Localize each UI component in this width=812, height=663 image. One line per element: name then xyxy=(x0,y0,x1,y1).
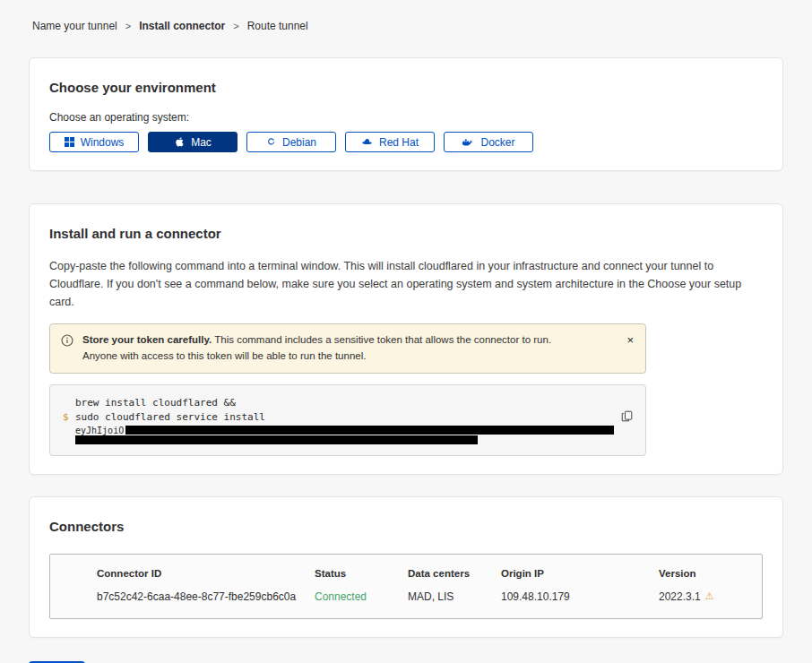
os-button-label: Red Hat xyxy=(379,136,419,149)
code-line-1: brew install cloudflared && xyxy=(75,396,236,411)
redacted-token-bar xyxy=(75,435,478,444)
token-prefix: eyJhIjoiO xyxy=(75,426,124,435)
table-row: b7c52c42-6caa-48ee-8c77-fbe259cb6c0a Con… xyxy=(97,590,747,603)
install-description: Copy-paste the following command into a … xyxy=(49,257,763,311)
os-button-label: Mac xyxy=(191,136,212,149)
breadcrumb-separator: > xyxy=(233,21,238,31)
connectors-table: Connector ID Status Data centers Origin … xyxy=(49,554,763,619)
os-button-debian[interactable]: Debian xyxy=(246,132,336,152)
install-connector-title: Install and run a connector xyxy=(49,226,763,241)
apple-icon xyxy=(174,136,185,148)
code-line: $ sudo cloudflared service install xyxy=(63,410,633,426)
copy-icon xyxy=(621,411,633,425)
info-icon xyxy=(61,332,73,352)
token-warning-bold: Store your token carefully. xyxy=(82,334,212,345)
page: Name your tunnel > Install connector > R… xyxy=(0,0,812,663)
col-header-status: Status xyxy=(315,568,408,579)
os-button-label: Debian xyxy=(282,136,316,149)
choose-environment-card: Choose your environment Choose an operat… xyxy=(29,57,783,171)
code-line: brew install cloudflared && xyxy=(63,396,633,411)
code-line xyxy=(63,435,633,444)
col-header-version: Version xyxy=(659,568,747,579)
os-button-redhat[interactable]: Red Hat xyxy=(345,132,435,152)
col-header-connector-id: Connector ID xyxy=(97,568,315,579)
os-button-label: Windows xyxy=(81,136,125,149)
os-button-windows[interactable]: Windows xyxy=(49,132,139,152)
version-value: 2022.3.1 xyxy=(659,590,701,603)
copy-command-button[interactable] xyxy=(619,409,635,426)
os-select-label: Choose an operating system: xyxy=(49,111,763,124)
origin-ip-value: 109.48.10.179 xyxy=(501,590,659,603)
connectors-table-header: Connector ID Status Data centers Origin … xyxy=(97,568,747,590)
breadcrumb: Name your tunnel > Install connector > R… xyxy=(32,20,783,32)
version-cell: 2022.3.1 ⚠ xyxy=(659,590,747,603)
connectors-title: Connectors xyxy=(49,519,763,534)
os-button-label: Docker xyxy=(480,136,514,149)
install-command-block: brew install cloudflared && $ sudo cloud… xyxy=(49,384,646,456)
status-badge: Connected xyxy=(315,590,408,603)
redhat-icon xyxy=(361,137,373,148)
docker-icon xyxy=(462,137,474,148)
connectors-card: Connectors Connector ID Status Data cent… xyxy=(29,496,783,638)
code-line: eyJhIjoiO xyxy=(63,426,633,435)
close-icon[interactable]: × xyxy=(624,332,636,348)
data-centers-value: MAD, LIS xyxy=(408,590,501,603)
choose-environment-title: Choose your environment xyxy=(49,80,763,95)
breadcrumb-item-install-connector[interactable]: Install connector xyxy=(139,20,225,32)
breadcrumb-item-route-tunnel[interactable]: Route tunnel xyxy=(247,20,308,32)
token-warning-text: Store your token carefully. This command… xyxy=(82,332,580,365)
breadcrumb-item-name-your-tunnel[interactable]: Name your tunnel xyxy=(32,20,117,32)
redacted-token-bar xyxy=(125,426,614,435)
warning-triangle-icon: ⚠ xyxy=(705,590,714,602)
col-header-origin-ip: Origin IP xyxy=(501,568,659,579)
os-button-group: Windows Mac Debian Red Hat xyxy=(49,132,763,152)
col-header-data-centers: Data centers xyxy=(408,568,501,579)
os-button-mac[interactable]: Mac xyxy=(148,132,238,152)
windows-icon xyxy=(65,137,74,147)
token-warning-banner: Store your token carefully. This command… xyxy=(49,323,646,374)
debian-icon xyxy=(266,137,276,147)
install-connector-card: Install and run a connector Copy-paste t… xyxy=(29,203,783,475)
code-line-2: sudo cloudflared service install xyxy=(75,410,265,426)
shell-prompt: $ xyxy=(63,410,75,426)
breadcrumb-separator: > xyxy=(125,21,131,31)
connector-id-value: b7c52c42-6caa-48ee-8c77-fbe259cb6c0a xyxy=(97,590,315,603)
os-button-docker[interactable]: Docker xyxy=(444,132,533,152)
